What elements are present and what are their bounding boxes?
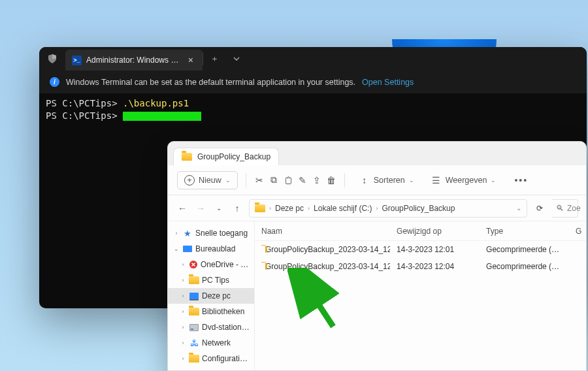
cut-icon[interactable]: ✂ <box>254 175 265 186</box>
tree-item[interactable]: ›Deze pc <box>168 288 254 304</box>
tree-item[interactable]: ›OneDrive - Persona <box>168 257 254 272</box>
chevron-down-icon: ⌄ <box>409 177 414 184</box>
col-modified[interactable]: Gewijzigd op <box>390 227 480 236</box>
tree-item[interactable]: ›Dvd-station (D:) <box>168 319 254 335</box>
forward-button[interactable]: → <box>194 203 207 214</box>
file-row[interactable]: GroupPolicyBackup_2023-03-14_120400.zip1… <box>255 258 586 275</box>
explorer-tab-title: GroupPolicy_Backup <box>197 152 270 161</box>
uac-shield-icon <box>39 47 65 71</box>
new-label: Nieuw <box>199 176 221 185</box>
tree-item-label: Dvd-station (D:) <box>202 323 252 332</box>
tree-item-label: PC Tips <box>202 276 252 285</box>
twisty-icon[interactable]: › <box>180 324 186 331</box>
new-button[interactable]: + Nieuw ⌄ <box>177 171 238 189</box>
prompt: PS C:\PCTips> <box>46 110 118 121</box>
command-text: .\backup.ps1 <box>123 98 189 108</box>
view-button[interactable]: ☰ Weergeven ⌄ <box>425 172 503 189</box>
sort-label: Sorteren <box>374 176 405 185</box>
terminal-body[interactable]: PS C:\PCTips> .\backup.ps1 PS C:\PCTips> <box>39 93 587 126</box>
sort-button[interactable]: ↕ Sorteren ⌄ <box>353 172 421 189</box>
file-type: Gecomprimeerde (ge... <box>480 245 569 254</box>
twisty-icon[interactable]: › <box>180 340 186 346</box>
delete-icon[interactable]: 🗑︎ <box>326 175 336 186</box>
crumb-sep: › <box>374 205 379 212</box>
terminal-line: PS C:\PCTips> .\backup.ps1 <box>46 97 580 110</box>
file-name: GroupPolicyBackup_2023-03-14_120103.zip <box>265 245 390 254</box>
folder-icon <box>255 204 265 212</box>
twisty-icon[interactable]: ⌄ <box>173 246 180 252</box>
terminal-line: PS C:\PCTips> <box>46 110 580 122</box>
more-button[interactable]: ••• <box>514 175 525 186</box>
powershell-icon: >_ <box>72 56 82 65</box>
share-icon[interactable]: ⇪ <box>312 175 322 186</box>
rename-icon[interactable]: ✎ <box>297 175 308 186</box>
search-placeholder: Zoe <box>567 204 581 213</box>
copy-icon[interactable]: ⧉ <box>269 174 279 186</box>
tree-item-label: Deze pc <box>202 291 252 300</box>
tree-item-label: OneDrive - Persona <box>201 260 252 269</box>
folder-icon <box>182 153 192 161</box>
breadcrumb-item[interactable]: Deze pc <box>275 204 304 213</box>
twisty-icon[interactable]: › <box>173 230 180 236</box>
infobar-text: Windows Terminal can be set as the defau… <box>66 78 355 87</box>
tree-item[interactable]: ⌄Bureaublad <box>168 241 254 257</box>
file-modified: 14-3-2023 12:04 <box>390 262 480 271</box>
explorer-tabbar: GroupPolicy_Backup <box>168 142 586 165</box>
file-row[interactable]: GroupPolicyBackup_2023-03-14_120103.zip1… <box>255 241 586 258</box>
close-tab-icon[interactable]: × <box>186 55 196 65</box>
search-icon: 🔍︎ <box>556 204 564 213</box>
tree-item-label: Snelle toegang <box>195 229 252 238</box>
tree-item[interactable]: ›Bibliotheken <box>168 304 254 319</box>
refresh-button[interactable]: ⟳ <box>532 204 547 213</box>
view-label: Weergeven <box>446 176 487 185</box>
breadcrumb-item[interactable]: Lokale schijf (C:) <box>314 204 372 213</box>
col-type[interactable]: Type <box>480 227 569 236</box>
terminal-tab-title: Administrator: Windows Powe <box>86 56 181 65</box>
terminal-infobar: i Windows Terminal can be set as the def… <box>39 71 587 93</box>
crumb-sep: › <box>306 205 311 212</box>
recent-dropdown[interactable]: ⌄ <box>212 204 225 212</box>
view-icon: ☰ <box>431 175 442 186</box>
tree-item-label: Configuratiescherm <box>202 354 252 363</box>
new-tab-button[interactable]: ＋ <box>203 47 225 71</box>
tab-dropdown-button[interactable] <box>225 47 248 71</box>
explorer-body: ›★Snelle toegang⌄Bureaublad›OneDrive - P… <box>168 221 586 370</box>
twisty-icon[interactable]: › <box>180 355 186 362</box>
file-modified: 14-3-2023 12:01 <box>390 245 480 254</box>
address-bar[interactable]: › Deze pc › Lokale schijf (C:) › GroupPo… <box>249 199 527 218</box>
twisty-icon[interactable]: › <box>180 261 186 268</box>
explorer-navbar: ← → ⌄ ↑ › Deze pc › Lokale schijf (C:) ›… <box>168 195 586 221</box>
sort-icon: ↕ <box>359 175 370 186</box>
explorer-tab[interactable]: GroupPolicy_Backup <box>173 148 279 165</box>
open-settings-link[interactable]: Open Settings <box>362 78 414 87</box>
prompt: PS C:\PCTips> <box>46 98 118 108</box>
twisty-icon[interactable]: › <box>180 293 186 299</box>
search-box[interactable]: 🔍︎ Zoe <box>552 199 578 218</box>
cursor-block <box>123 112 201 121</box>
tree-item[interactable]: ›★Snelle toegang <box>168 225 254 241</box>
terminal-titlebar: >_ Administrator: Windows Powe × ＋ <box>39 47 587 71</box>
twisty-icon[interactable]: › <box>180 308 186 315</box>
back-button[interactable]: ← <box>176 203 189 214</box>
info-icon: i <box>50 77 59 87</box>
paste-icon[interactable]: 📋︎ <box>283 175 293 186</box>
tree-item-label: Bibliotheken <box>202 307 252 316</box>
crumb-sep: › <box>268 205 272 212</box>
col-size[interactable]: G <box>569 227 586 236</box>
twisty-icon[interactable]: › <box>180 277 186 283</box>
tree-item-label: Bureaublad <box>195 244 252 253</box>
chevron-down-icon[interactable]: ⌄ <box>516 204 521 212</box>
breadcrumb-item[interactable]: GroupPolicy_Backup <box>382 204 455 213</box>
col-name[interactable]: Naam <box>255 227 390 236</box>
tree-item[interactable]: ›🖧Netwerk <box>168 335 254 351</box>
up-button[interactable]: ↑ <box>231 203 244 214</box>
terminal-tab[interactable]: >_ Administrator: Windows Powe × <box>65 50 203 71</box>
separator <box>246 173 246 187</box>
nav-tree[interactable]: ›★Snelle toegang⌄Bureaublad›OneDrive - P… <box>168 221 254 370</box>
column-headers[interactable]: Naam Gewijzigd op Type G <box>255 221 586 241</box>
file-type: Gecomprimeerde (ge... <box>480 262 569 271</box>
file-list[interactable]: Naam Gewijzigd op Type G GroupPolicyBack… <box>254 221 586 370</box>
tree-item[interactable]: ›Configuratiescherm <box>168 351 254 366</box>
file-name: GroupPolicyBackup_2023-03-14_120400.zip <box>265 262 390 271</box>
tree-item[interactable]: ›PC Tips <box>168 272 254 288</box>
